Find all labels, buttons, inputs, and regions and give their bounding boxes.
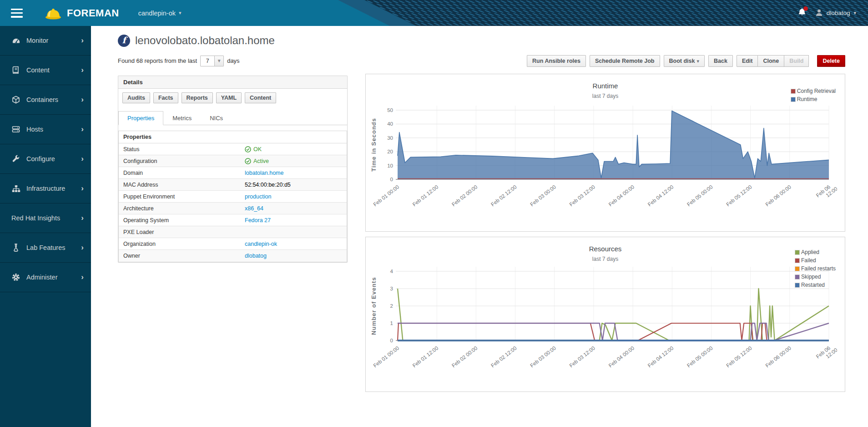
property-value: Active [240, 156, 347, 166]
property-label: Puppet Environment [119, 192, 240, 202]
boot-disk-dropdown-button[interactable]: Boot disk▾ [664, 55, 705, 67]
clone-button[interactable]: Clone [758, 55, 784, 67]
chevron-right-icon: › [81, 243, 84, 252]
property-link[interactable]: Fedora 27 [245, 217, 271, 224]
x-tick-label: Feb 0612:00 [815, 342, 837, 364]
legend-item-runtime[interactable]: Runtime [791, 96, 836, 102]
legend-swatch [791, 97, 796, 102]
tab-properties[interactable]: Properties [118, 111, 163, 125]
reports-summary-suffix: days [227, 57, 239, 64]
property-label: Architecture [119, 203, 240, 214]
property-value: 52:54:00:be:20:d5 [240, 180, 347, 190]
x-tick-label: Feb 02 00:00 [451, 184, 479, 207]
gear-icon [11, 273, 20, 282]
yaml-button[interactable]: YAML [216, 92, 242, 103]
facts-button[interactable]: Facts [153, 92, 178, 103]
sidebar-item-lab-features[interactable]: Lab Features › [0, 233, 91, 263]
sidebar-nav: Monitor › Content › Containers › Hosts ›… [0, 26, 91, 427]
x-tick-label: Feb 04 00:00 [608, 345, 636, 368]
foreman-logo[interactable]: FOREMAN [44, 6, 119, 20]
user-menu[interactable]: dlobatog ▾ [815, 9, 856, 18]
legend-swatch [795, 266, 800, 271]
run-ansible-roles-button[interactable]: Run Ansible roles [527, 55, 586, 67]
runtime-chart-canvas[interactable]: Feb 01 00:00Feb 01 12:00Feb 02 00:00Feb … [368, 99, 837, 219]
reports-button[interactable]: Reports [182, 92, 213, 103]
table-row: Puppet Environment production [119, 191, 347, 203]
reports-summary-prefix: Found 68 reports from the last [118, 57, 197, 64]
property-value [240, 230, 347, 234]
property-value: OK [240, 144, 347, 154]
content-button[interactable]: Content [245, 92, 276, 103]
chevron-right-icon: › [81, 154, 84, 163]
legend-label: Config Retrieval [797, 88, 836, 94]
legend-item-applied[interactable]: Applied [795, 249, 836, 255]
sidebar-item-containers[interactable]: Containers › [0, 85, 91, 115]
x-tick-label: Feb 03 00:00 [529, 184, 557, 207]
schedule-remote-job-button[interactable]: Schedule Remote Job [590, 55, 660, 67]
legend-item-restarted[interactable]: Restarted [795, 282, 836, 288]
property-value: dlobatog [240, 251, 347, 261]
legend-swatch [795, 283, 800, 288]
build-button: Build [784, 55, 809, 67]
reports-summary: Found 68 reports from the last 7 ▼ days [118, 55, 348, 67]
table-row: Organization candlepin-ok [119, 238, 347, 250]
details-card: Details AuditsFactsReportsYAMLContent Pr… [118, 76, 348, 263]
legend-item-failed-restarts[interactable]: Failed restarts [795, 265, 836, 272]
runtime-chart-legend: Config Retrieval Runtime [791, 88, 836, 102]
delete-button[interactable]: Delete [817, 55, 845, 67]
select-caret-icon: ▼ [214, 56, 223, 66]
tab-metrics[interactable]: Metrics [163, 111, 201, 125]
back-button[interactable]: Back [708, 55, 733, 67]
sidebar-item-administer[interactable]: Administer › [0, 263, 91, 292]
main-content: f lenovolobato.lobatolan.home Found 68 r… [91, 26, 868, 427]
x-tick-label: Feb 01 12:00 [412, 345, 439, 368]
legend-label: Restarted [801, 282, 825, 288]
sidebar-item-infrastructure[interactable]: Infrastructure › [0, 174, 91, 203]
x-tick-label: Feb 05 12:00 [725, 184, 753, 207]
chevron-down-icon: ▾ [696, 58, 699, 64]
sidebar-item-configure[interactable]: Configure › [0, 144, 91, 174]
reports-days-select[interactable]: 7 ▼ [200, 56, 224, 66]
runtime-chart-panel[interactable]: Runtime last 7 days Config Retrieval Run… [365, 74, 845, 232]
details-card-header: Details [118, 76, 347, 89]
chevron-right-icon: › [81, 66, 84, 75]
property-link[interactable]: lobatolan.home [245, 170, 283, 176]
host-toolbar: Run Ansible roles Schedule Remote Job Bo… [365, 55, 845, 67]
resources-chart-canvas[interactable]: Feb 01 00:00Feb 01 12:00Feb 02 00:00Feb … [368, 262, 837, 379]
property-label: PXE Loader [119, 227, 240, 237]
legend-item-skipped[interactable]: Skipped [795, 274, 836, 280]
tachometer-icon [11, 36, 20, 45]
notification-badge [803, 6, 808, 11]
tab-nics[interactable]: NICs [201, 111, 232, 125]
notifications-button[interactable] [798, 8, 806, 18]
properties-table: Properties Status OK Configuration Activ… [118, 131, 347, 262]
property-link[interactable]: dlobatog [245, 253, 267, 259]
table-row: Domain lobatolan.home [119, 167, 347, 179]
resources-chart-panel[interactable]: Resources last 7 days Applied Failed Fai… [365, 237, 845, 392]
chevron-down-icon: ▾ [853, 10, 856, 16]
table-row: PXE Loader [119, 226, 347, 238]
x-tick-label: Feb 04 00:00 [608, 184, 636, 207]
sidebar-item-hosts[interactable]: Hosts › [0, 115, 91, 144]
x-tick-label: Feb 05 12:00 [725, 345, 753, 368]
legend-item-config-retrieval[interactable]: Config Retrieval [791, 88, 836, 94]
sidebar-item-monitor[interactable]: Monitor › [0, 26, 91, 56]
property-link[interactable]: candlepin-ok [245, 241, 277, 247]
sidebar-item-content[interactable]: Content › [0, 56, 91, 85]
audits-button[interactable]: Audits [122, 92, 150, 103]
property-link[interactable]: x86_64 [245, 205, 263, 212]
sidebar-item-red-hat-insights[interactable]: Red Hat Insights › [0, 203, 91, 233]
x-tick-label: Feb 01 00:00 [372, 345, 400, 368]
property-link[interactable]: production [245, 193, 271, 200]
y-tick-label: 1 [390, 320, 393, 326]
page-title: f lenovolobato.lobatolan.home [118, 34, 845, 47]
hamburger-menu-icon[interactable] [11, 9, 23, 18]
legend-item-failed[interactable]: Failed [795, 257, 836, 264]
chevron-right-icon: › [81, 214, 84, 223]
property-label: Organization [119, 239, 240, 249]
x-tick-label: Feb 03 12:00 [568, 184, 596, 207]
property-value: Fedora 27 [240, 215, 347, 225]
org-context-selector[interactable]: candlepin-ok ▾ [138, 10, 182, 17]
legend-label: Skipped [801, 274, 821, 280]
edit-button[interactable]: Edit [737, 55, 758, 67]
